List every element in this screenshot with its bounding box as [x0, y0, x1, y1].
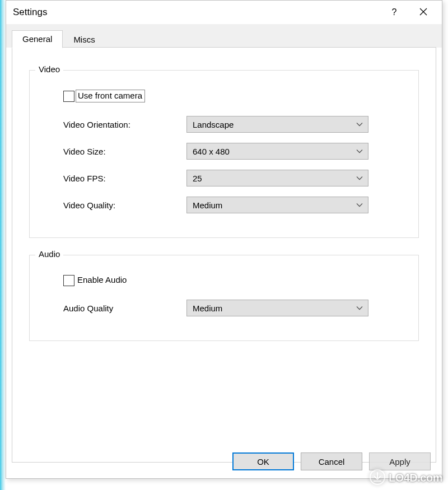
- titlebar: Settings ?: [6, 1, 442, 24]
- watermark-text: LO4D.com: [389, 472, 442, 484]
- combo-value: Medium: [193, 304, 356, 313]
- close-button[interactable]: [412, 1, 435, 24]
- audio-groupbox: Audio Enable Audio Audio Quality Medium: [29, 255, 419, 341]
- settings-dialog: Settings ? General Miscs Video: [6, 0, 442, 479]
- video-fps-row: Video FPS: 25: [46, 170, 402, 186]
- video-fps-label: Video FPS:: [46, 174, 186, 183]
- enable-audio-row: Enable Audio: [63, 274, 402, 286]
- video-orientation-combo[interactable]: Landscape: [186, 116, 368, 133]
- video-fps-combo[interactable]: 25: [186, 170, 368, 186]
- tab-label: General: [22, 34, 52, 44]
- video-size-combo[interactable]: 640 x 480: [186, 143, 368, 160]
- audio-quality-row: Audio Quality Medium: [46, 300, 402, 316]
- tab-label: Miscs: [73, 35, 95, 44]
- combo-value: Medium: [193, 200, 356, 210]
- button-label: Cancel: [319, 457, 345, 466]
- combo-value: 640 x 480: [193, 147, 356, 156]
- ok-button[interactable]: OK: [232, 452, 294, 470]
- tabstrip-container: General Miscs: [6, 24, 442, 48]
- chevron-down-icon: [356, 304, 363, 312]
- chevron-down-icon: [356, 174, 363, 182]
- combo-value: Landscape: [193, 120, 356, 129]
- use-front-camera-label[interactable]: Use front camera: [76, 90, 145, 102]
- tab-miscs[interactable]: Miscs: [63, 31, 105, 48]
- chevron-down-icon: [356, 120, 363, 128]
- tabstrip: General Miscs: [12, 29, 436, 48]
- use-front-camera-row: Use front camera: [63, 90, 402, 102]
- window-title: Settings: [13, 7, 47, 18]
- tab-panel: Video Use front camera Video Orientation…: [12, 47, 436, 463]
- close-icon: [419, 8, 427, 17]
- apply-button[interactable]: Apply: [369, 452, 431, 470]
- video-orientation-row: Video Orientation: Landscape: [46, 116, 402, 133]
- download-icon: [370, 469, 385, 487]
- enable-audio-label[interactable]: Enable Audio: [76, 274, 129, 286]
- video-orientation-label: Video Orientation:: [46, 120, 186, 129]
- combo-value: 25: [193, 174, 356, 183]
- button-label: Apply: [389, 457, 410, 466]
- video-group-header: Video: [35, 64, 63, 74]
- chevron-down-icon: [356, 147, 363, 155]
- audio-quality-label: Audio Quality: [46, 304, 186, 313]
- video-size-label: Video Size:: [46, 147, 186, 156]
- video-quality-label: Video Quality:: [46, 200, 186, 210]
- video-quality-row: Video Quality: Medium: [46, 197, 402, 213]
- enable-audio-checkbox[interactable]: [63, 275, 74, 286]
- audio-quality-combo[interactable]: Medium: [186, 300, 368, 316]
- video-size-row: Video Size: 640 x 480: [46, 143, 402, 160]
- button-label: OK: [257, 457, 269, 466]
- tab-content-general: Video Use front camera Video Orientation…: [12, 48, 436, 363]
- audio-group-header: Audio: [35, 249, 63, 259]
- use-front-camera-checkbox[interactable]: [63, 91, 74, 102]
- video-groupbox: Video Use front camera Video Orientation…: [29, 70, 419, 238]
- cancel-button[interactable]: Cancel: [301, 452, 362, 470]
- watermark: LO4D.com: [370, 469, 442, 487]
- help-button[interactable]: ?: [382, 1, 406, 24]
- tab-general[interactable]: General: [12, 30, 63, 48]
- background-accent: [0, 0, 6, 490]
- help-icon: ?: [392, 7, 397, 17]
- dialog-buttons: OK Cancel Apply: [232, 452, 431, 470]
- chevron-down-icon: [356, 201, 363, 209]
- video-quality-combo[interactable]: Medium: [186, 197, 368, 213]
